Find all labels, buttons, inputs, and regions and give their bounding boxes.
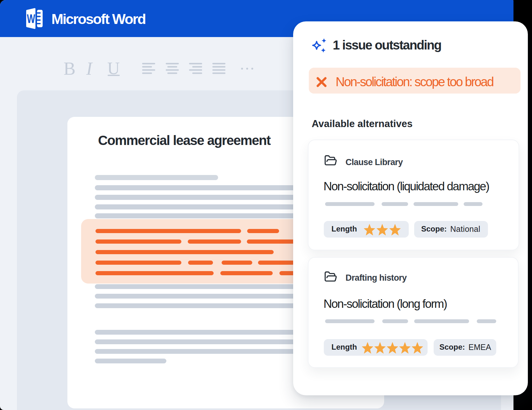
svg-text:W: W — [27, 12, 35, 26]
